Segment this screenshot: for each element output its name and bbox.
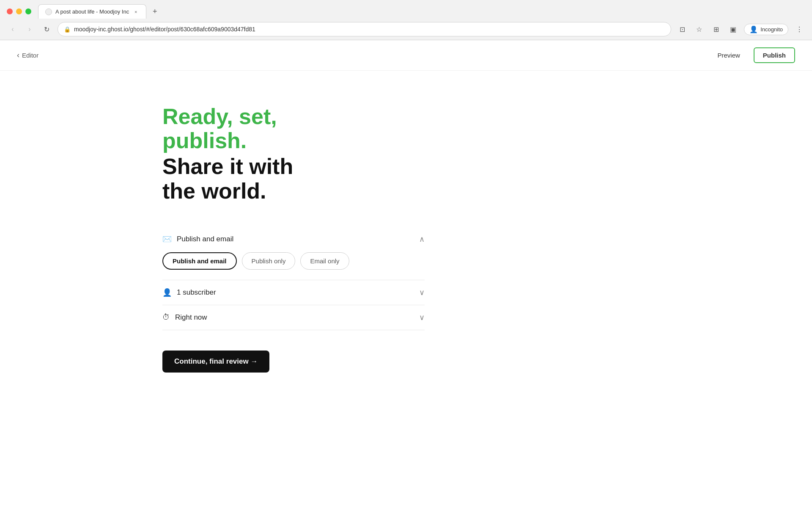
publish-email-label-group: ✉️ Publish and email — [162, 235, 233, 244]
fullscreen-traffic-light[interactable] — [25, 8, 31, 14]
subscriber-chevron-icon[interactable]: ∨ — [419, 288, 425, 297]
subscriber-label: 1 subscriber — [177, 288, 216, 297]
forward-button[interactable]: › — [24, 23, 36, 35]
person-icon: 👤 — [162, 288, 172, 297]
bookmark-icon[interactable]: ☆ — [693, 23, 705, 35]
chevron-up-icon[interactable]: ∧ — [419, 235, 425, 244]
schedule-label-group: ⏱ Right now — [162, 313, 207, 322]
extensions-icon[interactable]: ⊞ — [710, 23, 722, 35]
new-tab-button[interactable]: + — [148, 5, 162, 18]
schedule-row[interactable]: ⏱ Right now ∨ — [162, 305, 425, 330]
header-actions: Preview Publish — [710, 47, 795, 63]
browser-menu-icon[interactable]: ⋮ — [793, 23, 805, 35]
back-to-editor-link[interactable]: ‹ Editor — [17, 51, 38, 60]
schedule-label: Right now — [175, 313, 207, 322]
app-header: ‹ Editor Preview Publish — [0, 40, 812, 71]
preview-button[interactable]: Preview — [710, 48, 746, 62]
back-to-editor-label: Editor — [22, 52, 38, 59]
back-button[interactable]: ‹ — [7, 23, 19, 35]
clock-icon: ⏱ — [162, 313, 170, 322]
tab-title: A post about life - Moodjoy Inc — [55, 8, 129, 15]
title-bar: A post about life - Moodjoy Inc × + — [0, 0, 812, 19]
headline-black: Share it with the world. — [162, 155, 296, 203]
lock-icon: 🔒 — [64, 26, 71, 33]
tab-close-button[interactable]: × — [132, 8, 139, 15]
address-bar: ‹ › ↻ 🔒 moodjoy-inc.ghost.io/ghost/#/edi… — [0, 19, 812, 40]
traffic-lights — [7, 8, 31, 14]
email-only-button[interactable]: Email only — [300, 252, 349, 270]
send-icon: ✉️ — [162, 235, 172, 244]
publish-and-email-button[interactable]: Publish and email — [162, 252, 237, 270]
tab-favicon — [45, 8, 52, 15]
url-bar[interactable]: 🔒 moodjoy-inc.ghost.io/ghost/#/editor/po… — [58, 22, 671, 36]
browser-actions: ⊡ ☆ ⊞ ▣ 👤 Incognito ⋮ — [676, 23, 805, 35]
publish-email-label: Publish and email — [177, 235, 233, 243]
active-tab[interactable]: A post about life - Moodjoy Inc × — [38, 4, 146, 19]
incognito-badge: 👤 Incognito — [744, 24, 788, 35]
tab-bar: A post about life - Moodjoy Inc × + — [38, 4, 162, 19]
sidebar-icon[interactable]: ▣ — [727, 23, 739, 35]
browser-chrome: A post about life - Moodjoy Inc × + ‹ › … — [0, 0, 812, 40]
close-traffic-light[interactable] — [7, 8, 13, 14]
publish-options-row: Publish and email Publish only Email onl… — [162, 244, 425, 273]
subscriber-label-group: 👤 1 subscriber — [162, 288, 216, 297]
url-text: moodjoy-inc.ghost.io/ghost/#/editor/post… — [74, 26, 665, 33]
cast-icon[interactable]: ⊡ — [676, 23, 688, 35]
refresh-button[interactable]: ↻ — [41, 23, 52, 35]
publish-section: ✉️ Publish and email ∧ Publish and email… — [162, 227, 425, 373]
publish-email-row: ✉️ Publish and email ∧ Publish and email… — [162, 227, 425, 273]
minimize-traffic-light[interactable] — [16, 8, 22, 14]
publish-email-header: ✉️ Publish and email ∧ — [162, 227, 425, 244]
publish-button[interactable]: Publish — [754, 47, 795, 63]
back-chevron-icon: ‹ — [17, 51, 19, 60]
main-content: Ready, set, publish. Share it with the w… — [0, 71, 296, 373]
schedule-chevron-icon[interactable]: ∨ — [419, 313, 425, 322]
subscriber-row[interactable]: 👤 1 subscriber ∨ — [162, 280, 425, 305]
continue-final-review-button[interactable]: Continue, final review → — [162, 351, 269, 373]
publish-only-button[interactable]: Publish only — [242, 252, 296, 270]
headline-green: Ready, set, publish. — [162, 105, 296, 153]
